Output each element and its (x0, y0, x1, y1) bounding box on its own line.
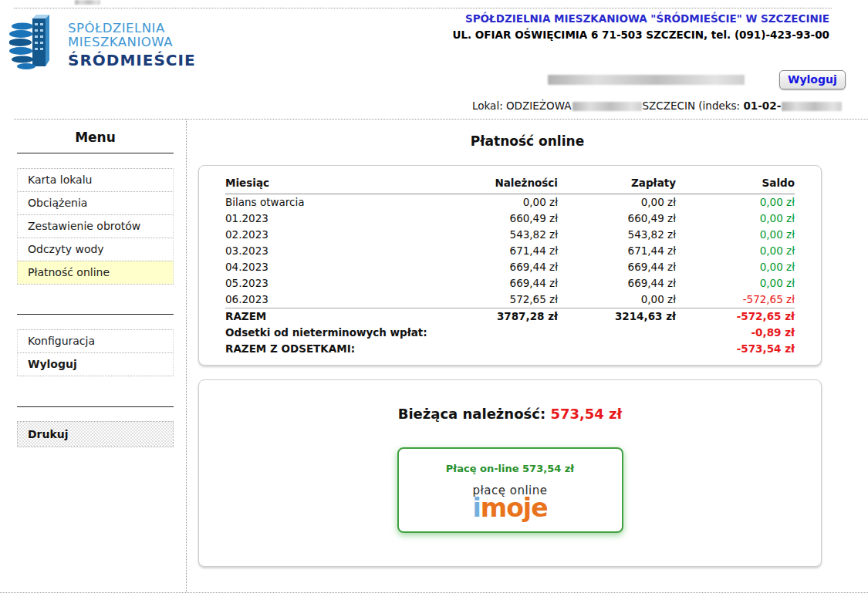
payment-card: Bieżąca należność: 573,54 zł Płacę on-li… (198, 379, 822, 567)
empty-cell (440, 341, 558, 357)
cell-due: 0,00 zł (440, 194, 558, 211)
logo-line-2: MIESZKANIOWA (68, 35, 196, 49)
lokal-middle: SZCZECIN (indeks: (643, 99, 744, 112)
sidebar-item-zestawienie-obrotow[interactable]: Zestawienie obrotów (17, 214, 174, 238)
print-button[interactable]: Drukuj (17, 421, 174, 447)
imoje-logo-i: i (472, 493, 480, 523)
cell-paid: 671,44 zł (558, 243, 676, 259)
menu-title-underline (17, 153, 174, 153)
redacted-index (782, 102, 842, 111)
cell-month: 01.2023 (225, 211, 440, 227)
col-header-due: Należności (440, 175, 558, 194)
cell-saldo: 0,00 zł (676, 243, 795, 259)
menu-group-secondary: Konfiguracja Wyloguj (17, 329, 174, 376)
cell-saldo: 0,00 zł (676, 194, 795, 211)
cell-month: Bilans otwarcia (225, 194, 440, 211)
logo-line-3: ŚRÓDMIEŚCIE (68, 52, 196, 69)
imoje-logo: imoje (399, 497, 622, 520)
grand-total-label: RAZEM Z ODSETKAMI: (225, 341, 440, 357)
current-due-separator: : (540, 406, 550, 422)
current-due-label: Bieżąca należność (398, 406, 540, 422)
total-saldo: -572,65 zł (676, 308, 795, 325)
building-logo-icon (9, 12, 60, 74)
page-header: SPÓŁDZIELNIA MIESZKANIOWA ŚRÓDMIEŚCIE SP… (0, 0, 868, 120)
empty-cell (558, 341, 676, 357)
sidebar-item-wyloguj[interactable]: Wyloguj (17, 352, 174, 376)
col-header-saldo: Saldo (676, 175, 795, 194)
cell-month: 04.2023 (225, 259, 440, 275)
logo-text: SPÓŁDZIELNIA MIESZKANIOWA ŚRÓDMIEŚCIE (68, 12, 196, 69)
cell-paid: 669,44 zł (558, 259, 676, 275)
cell-paid: 543,82 zł (558, 227, 676, 243)
logout-button[interactable]: Wyloguj (779, 70, 846, 89)
cell-saldo: 0,00 zł (676, 211, 795, 227)
total-row: RAZEM 3787,28 zł 3214,63 zł -572,65 zł (225, 308, 795, 325)
sidebar-item-obciazenia[interactable]: Obciążenia (17, 191, 174, 214)
payments-table-card: Miesiąc Należności Zapłaty Saldo Bilans … (198, 165, 822, 366)
total-label: RAZEM (225, 308, 440, 325)
interest-label: Odsetki od nieterminowych wpłat: (225, 325, 440, 341)
col-header-paid: Zapłaty (558, 175, 676, 194)
cell-month: 03.2023 (225, 243, 440, 259)
menu-title: Menu (17, 130, 174, 145)
cell-due: 669,44 zł (440, 275, 558, 292)
cell-paid: 0,00 zł (558, 292, 676, 308)
cell-saldo: 0,00 zł (676, 275, 795, 292)
page-title: Płatność online (187, 133, 868, 149)
grand-total-row: RAZEM Z ODSETKAMI: -573,54 zł (225, 341, 795, 357)
lokal-info-line: Lokal: ODZIEŻOWASZCZECIN (indeks: 01-02- (472, 99, 843, 112)
bottom-divider (0, 592, 868, 593)
table-header-row: Miesiąc Należności Zapłaty Saldo (225, 175, 795, 194)
cell-due: 572,65 zł (440, 292, 558, 308)
col-header-month: Miesiąc (225, 175, 440, 194)
table-row: 03.2023 671,44 zł 671,44 zł 0,00 zł (225, 243, 795, 259)
menu-group-primary: Karta lokalu Obciążenia Zestawienie obro… (17, 168, 174, 285)
table-row: 01.2023 660,49 zł 660,49 zł 0,00 zł (225, 211, 795, 227)
cell-saldo: 0,00 zł (676, 227, 795, 243)
empty-cell (440, 325, 558, 341)
payments-table: Miesiąc Należności Zapłaty Saldo Bilans … (225, 175, 795, 357)
imoje-pay-button[interactable]: Płacę on-line 573,54 zł płacę online imo… (397, 447, 623, 533)
grand-total-saldo: -573,54 zł (676, 341, 795, 357)
logo-line-1: SPÓŁDZIELNIA (68, 22, 196, 35)
cell-paid: 0,00 zł (558, 194, 676, 211)
cell-saldo: 0,00 zł (676, 259, 795, 275)
current-due-amount: 573,54 zł (550, 406, 622, 422)
org-name: SPÓŁDZIELNIA MIESZKANIOWA "ŚRÓDMIEŚCIE" … (452, 11, 829, 27)
menu-separator-2 (17, 406, 174, 407)
redacted-address (572, 102, 642, 111)
table-row: 04.2023 669,44 zł 669,44 zł 0,00 zł (225, 259, 795, 275)
menu-separator-1 (17, 314, 174, 315)
pay-button-label: Płacę on-line 573,54 zł (399, 463, 622, 474)
lokal-prefix: Lokal: ODZIEŻOWA (472, 99, 572, 112)
current-due-line: Bieżąca należność: 573,54 zł (199, 406, 821, 422)
cell-paid: 660,49 zł (558, 211, 676, 227)
cell-paid: 669,44 zł (558, 275, 676, 292)
table-row: 06.2023 572,65 zł 0,00 zł -572,65 zł (225, 292, 795, 308)
total-due: 3787,28 zł (440, 308, 558, 325)
cell-due: 671,44 zł (440, 243, 558, 259)
cell-month: 02.2023 (225, 227, 440, 243)
org-address: UL. OFIAR OŚWIĘCIMIA 6 71-503 SZCZECIN, … (452, 27, 829, 43)
cell-saldo: -572,65 zł (676, 292, 795, 308)
cell-due: 669,44 zł (440, 259, 558, 275)
interest-row: Odsetki od nieterminowych wpłat: -0,89 z… (225, 325, 795, 341)
empty-cell (558, 325, 676, 341)
cell-month: 06.2023 (225, 292, 440, 308)
sidebar-item-karta-lokalu[interactable]: Karta lokalu (17, 168, 174, 191)
imoje-logo-moje: moje (481, 493, 548, 523)
main-content: Płatność online Miesiąc Należności Zapła… (187, 120, 868, 592)
cell-due: 660,49 zł (440, 211, 558, 227)
org-info: SPÓŁDZIELNIA MIESZKANIOWA "ŚRÓDMIEŚCIE" … (452, 11, 829, 43)
cell-due: 543,82 zł (440, 227, 558, 243)
table-row: Bilans otwarcia 0,00 zł 0,00 zł 0,00 zł (225, 194, 795, 211)
sidebar-item-odczyty-wody[interactable]: Odczyty wody (17, 238, 174, 261)
sidebar-item-konfiguracja[interactable]: Konfiguracja (17, 329, 174, 352)
sidebar-item-platnosc-online[interactable]: Płatność online (17, 261, 174, 284)
table-row: 05.2023 669,44 zł 669,44 zł 0,00 zł (225, 275, 795, 292)
cell-month: 05.2023 (225, 275, 440, 292)
sidebar: Menu Karta lokalu Obciążenia Zestawienie… (0, 120, 187, 592)
redacted-username (548, 75, 745, 85)
interest-saldo: -0,89 zł (676, 325, 795, 341)
lokal-index: 01-02- (743, 99, 781, 112)
